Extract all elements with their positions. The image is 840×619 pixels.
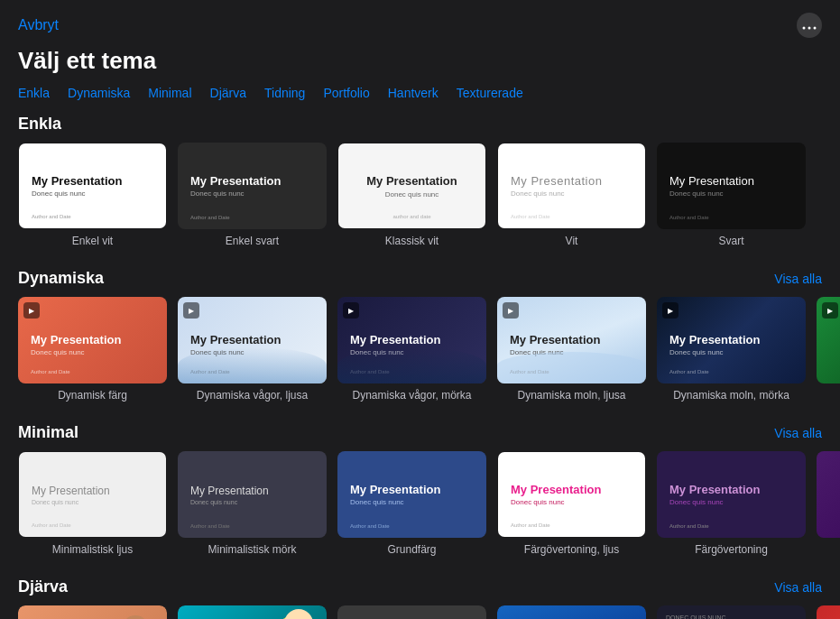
thumb-title: My Presentation <box>190 333 314 346</box>
play-badge-icon: ▶ <box>343 302 359 319</box>
thumb-sub: Donec quis nunc <box>32 189 153 198</box>
more-button[interactable] <box>797 13 822 38</box>
theme-dyn-farg-thumb: ▶ My Presentation Donec quis nunc Author… <box>18 297 167 383</box>
thumb-sub: Donec quis nunc <box>511 189 632 198</box>
theme-fargov-ljus[interactable]: My Presentation Donec quis nunc Author a… <box>497 451 646 556</box>
page-title: Välj ett tema <box>0 47 840 86</box>
play-badge-icon: ▶ <box>183 302 199 319</box>
theme-djarv-partial[interactable] <box>817 605 840 619</box>
theme-enkel-svart-thumb: My Presentation Donec quis nunc Author a… <box>178 143 327 229</box>
thumb-author: Author and Date <box>669 369 709 374</box>
theme-klassisk-vit[interactable]: My Presentation Donec quis nunc author a… <box>337 143 486 247</box>
thumb-title: My Presentation <box>511 483 632 496</box>
thumb-title: My Presentation <box>32 485 153 497</box>
thumb-title: My Presentation <box>669 333 793 346</box>
theme-dyn-vagor-ljus[interactable]: ▶ My Presentation Donec quis nunc Author… <box>178 297 327 402</box>
thumb-author: Author and Date <box>350 523 390 529</box>
theme-min-mork-label: Minimalistisk mörk <box>208 543 296 556</box>
theme-dyn-moln-mork-thumb: ▶ My Presentation Donec quis nunc Author… <box>657 297 806 383</box>
section-djarva: Djärva Visa alla MY PRESENTATION <box>0 577 840 619</box>
theme-min-mork-thumb: My Presentation Donec quis nunc Author a… <box>178 451 327 538</box>
theme-min-ljus[interactable]: My Presentation Donec quis nunc Author a… <box>18 451 167 556</box>
thumb-sub: Donec quis nunc <box>190 499 314 505</box>
section-minimal: Minimal Visa alla My Presentation Donec … <box>0 423 840 577</box>
theme-fargov-thumb: My Presentation Donec quis nunc Author a… <box>657 451 806 538</box>
cat-minimal[interactable]: Minimal <box>148 86 191 100</box>
more-icon <box>802 18 817 32</box>
theme-djarv-2-thumb: MY PRESENTATION <box>178 605 327 619</box>
theme-dyn-moln-ljus[interactable]: ▶ My Presentation Donec quis nunc Author… <box>497 297 646 402</box>
theme-dyn-moln-mork-label: Dynamiska moln, mörka <box>673 389 789 402</box>
thumb-title: My Presentation <box>31 333 154 346</box>
section-dynamiska: Dynamiska Visa alla ▶ My Presentation Do… <box>0 269 840 423</box>
thumb-sub: Donec quis nunc <box>31 348 154 356</box>
thumb-author: Author and Date <box>32 214 71 219</box>
section-minimal-header: Minimal Visa alla <box>0 423 840 451</box>
thumb-title: My Presentation <box>511 174 632 188</box>
theme-vit-label: Vit <box>566 235 578 247</box>
theme-djarv-5[interactable]: DONEC QUIS NUNC MY PRESENTATION <box>657 605 806 619</box>
cat-djarva[interactable]: Djärva <box>210 86 246 100</box>
theme-enkel-svart[interactable]: My Presentation Donec quis nunc Author a… <box>178 143 327 247</box>
cancel-button[interactable]: Avbryt <box>18 17 59 33</box>
cat-portfolio[interactable]: Portfolio <box>323 86 369 100</box>
thumb-sub: Donec quis nunc <box>190 189 314 198</box>
theme-dyn-vagor-mork[interactable]: ▶ My Presentation Donec quis nunc Author… <box>337 297 486 402</box>
theme-grundfarg-label: Grundfärg <box>387 543 436 556</box>
minimal-view-all[interactable]: Visa alla <box>774 426 822 440</box>
cat-enkla[interactable]: Enkla <box>18 86 50 100</box>
theme-dyn-moln-mork[interactable]: ▶ My Presentation Donec quis nunc Author… <box>657 297 806 402</box>
theme-dyn-farg[interactable]: ▶ My Presentation Donec quis nunc Author… <box>18 297 167 402</box>
theme-dyn-partial[interactable]: ▶ <box>817 297 840 402</box>
theme-djarv-3[interactable]: MYPRESENTATION <box>337 605 486 619</box>
play-badge-icon: ▶ <box>503 302 519 319</box>
play-badge-icon: ▶ <box>23 302 40 319</box>
thumb-sub: Donec quis nunc <box>669 189 793 198</box>
minimal-themes-row: My Presentation Donec quis nunc Author a… <box>0 451 840 556</box>
svg-point-2 <box>814 27 817 30</box>
theme-fargov-ljus-label: Färgövertoning, ljus <box>524 543 619 556</box>
theme-dyn-vagor-mork-label: Dynamiska vågor, mörka <box>352 389 471 402</box>
theme-vit[interactable]: My Presentation Donec quis nunc Author a… <box>497 143 646 247</box>
theme-min-mork[interactable]: My Presentation Donec quis nunc Author a… <box>178 451 327 556</box>
djarva-view-all[interactable]: Visa alla <box>774 580 822 595</box>
svg-point-1 <box>808 27 811 30</box>
thumb-title: My Presentation <box>366 174 457 188</box>
play-badge-icon: ▶ <box>822 302 838 319</box>
theme-djarv-1[interactable]: MY PRESENTATION <box>18 605 167 619</box>
thumb-author: Author and Date <box>32 522 71 528</box>
theme-grundfarg[interactable]: My Presentation Donec quis nunc Author a… <box>337 451 486 556</box>
cat-dynamiska[interactable]: Dynamiska <box>68 86 130 100</box>
theme-djarv-4[interactable]: Donec quis nunc <box>497 605 646 619</box>
dynamiska-view-all[interactable]: Visa alla <box>774 272 822 286</box>
thumb-title: My Presentation <box>669 174 793 188</box>
thumb-author: Author and Date <box>190 523 230 529</box>
cat-tidning[interactable]: Tidning <box>264 86 305 100</box>
thumb-sub: Donec quis nunc <box>350 498 474 506</box>
theme-svart[interactable]: My Presentation Donec quis nunc Author a… <box>657 143 806 247</box>
theme-enkel-svart-label: Enkel svart <box>226 235 279 247</box>
section-dynamiska-header: Dynamiska Visa alla <box>0 269 840 297</box>
theme-djarv-2[interactable]: MY PRESENTATION <box>178 605 327 619</box>
theme-djarv-3-thumb: MYPRESENTATION <box>337 605 486 619</box>
theme-dyn-farg-label: Dynamisk färg <box>58 389 127 402</box>
thumb-sub: Donec quis nunc <box>669 498 793 506</box>
thumb-title: My Presentation <box>190 174 314 188</box>
theme-fargov[interactable]: My Presentation Donec quis nunc Author a… <box>657 451 806 556</box>
section-enkla-title: Enkla <box>18 115 61 134</box>
thumb-author: Author and Date <box>669 215 709 220</box>
cat-texturerade[interactable]: Texturerade <box>457 86 523 100</box>
theme-svart-thumb: My Presentation Donec quis nunc Author a… <box>657 143 806 229</box>
svg-point-0 <box>803 27 806 30</box>
cat-hantverk[interactable]: Hantverk <box>388 86 438 100</box>
theme-dyn-moln-ljus-thumb: ▶ My Presentation Donec quis nunc Author… <box>497 297 646 383</box>
theme-vit-thumb: My Presentation Donec quis nunc Author a… <box>497 143 646 229</box>
theme-djarv-partial-thumb <box>817 605 840 619</box>
theme-min-partial[interactable] <box>817 451 840 556</box>
top-bar: Avbryt <box>0 0 840 47</box>
theme-enkel-vit[interactable]: My Presentation Donec quis nunc Author a… <box>18 143 167 247</box>
djarva-themes-row: MY PRESENTATION MY PRESENTATION <box>0 605 840 619</box>
theme-dyn-vagor-ljus-label: Dynamiska vågor, ljusa <box>197 389 308 402</box>
dynamiska-themes-row: ▶ My Presentation Donec quis nunc Author… <box>0 297 840 402</box>
theme-dyn-vagor-mork-thumb: ▶ My Presentation Donec quis nunc Author… <box>337 297 486 383</box>
